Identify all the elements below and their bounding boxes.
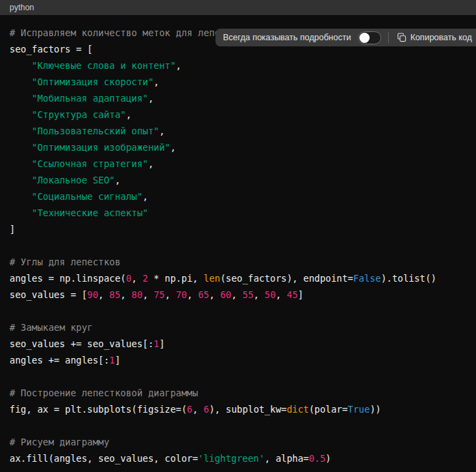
copy-icon [397, 33, 406, 42]
code-line: seo_values = [90, 85, 80, 75, 70, 65, 60… [10, 286, 466, 303]
code-line: # Замыкаем круг [10, 319, 466, 336]
code-block-window: python # Исправляем количество меток для… [0, 0, 476, 472]
code-line: "Ключевые слова и контент", [10, 57, 466, 74]
copy-code-label: Копировать код [411, 33, 472, 42]
code-line: "Технические аспекты" [10, 205, 466, 221]
code-line: ax.fill(angles, seo_values, color='light… [10, 450, 466, 467]
code-line [10, 368, 466, 385]
code-line: "Пользовательский опыт", [10, 123, 466, 139]
code-line: angles = np.linspace(0, 2 * np.pi, len(s… [10, 270, 466, 286]
code-line: "Мобильная адаптация", [10, 90, 466, 106]
toolbar-divider [388, 32, 389, 43]
code-line [10, 237, 466, 254]
code-line [10, 303, 466, 319]
code-lines: # Исправляем количество меток для лепест… [10, 25, 466, 467]
code-line: seo_values += seo_values[:1] [10, 336, 466, 352]
code-line: fig, ax = plt.subplots(figsize=(6, 6), s… [10, 401, 466, 417]
toggle-knob-icon [359, 33, 370, 43]
code-line: ] [10, 221, 466, 237]
code-line: "Локальное SEO", [10, 172, 466, 188]
code-line [10, 417, 466, 434]
code-line: "Ссылочная стратегия", [10, 156, 466, 172]
code-line: "Оптимизация скорости", [10, 74, 466, 90]
code-line: # Углы для лепестков [10, 254, 466, 270]
language-label: python [10, 3, 34, 12]
code-body: # Исправляем количество меток для лепест… [0, 15, 476, 467]
code-toolbar: Всегда показывать подробности Копировать… [215, 29, 476, 46]
always-show-details-toggle[interactable] [358, 31, 381, 44]
code-line: "Социальные сигналы", [10, 188, 466, 205]
code-line: # Построение лепестковой диаграммы [10, 385, 466, 401]
code-line: angles += angles[:1] [10, 352, 466, 368]
code-line: "Структура сайта", [10, 106, 466, 123]
code-line: # Рисуем диаграмму [10, 434, 466, 450]
copy-code-button[interactable]: Копировать код [396, 33, 473, 42]
always-show-details-label: Всегда показывать подробности [223, 33, 351, 42]
code-line: "Оптимизация изображений", [10, 139, 466, 156]
code-block-header: python [0, 0, 476, 15]
